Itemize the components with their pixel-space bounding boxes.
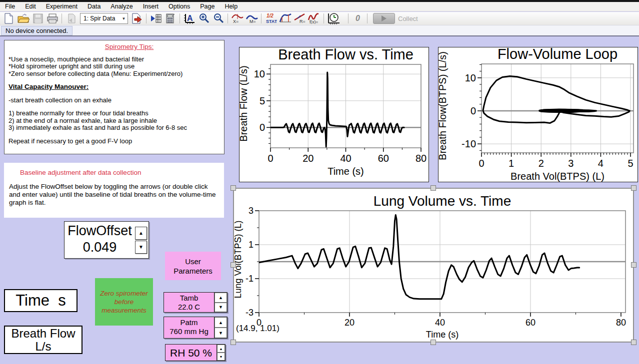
svg-text:0: 0 xyxy=(260,122,265,133)
curve-fit-button[interactable]: f(x)= xyxy=(308,12,321,24)
flow-offset-label: FlowOffset xyxy=(64,223,135,239)
selection-handle[interactable] xyxy=(230,340,236,345)
flow-offset-control[interactable]: FlowOffset 0.049 ▲ ▼ xyxy=(64,221,149,259)
print-button[interactable] xyxy=(46,12,59,24)
toolbar-separator xyxy=(261,13,262,23)
svg-text:80: 80 xyxy=(416,153,426,164)
flow-offset-decrement-button[interactable]: ▼ xyxy=(135,241,147,254)
autoscale-button[interactable]: A xyxy=(182,12,196,24)
tangent-button[interactable]: M= xyxy=(245,12,258,24)
svg-text:20: 20 xyxy=(344,318,354,328)
next-page-button[interactable] xyxy=(130,12,144,24)
patm-increment-button[interactable]: ▲ xyxy=(214,317,227,328)
examine-button[interactable]: X= xyxy=(230,12,244,24)
chevron-down-icon[interactable]: ▼ xyxy=(120,13,128,23)
user-parameters-label: User Parameters xyxy=(165,252,221,280)
patm-value[interactable]: 760 mm Hg xyxy=(164,327,214,336)
selection-handle[interactable] xyxy=(230,185,236,191)
svg-text:2: 2 xyxy=(538,158,544,169)
breath-flow-vs-time-chart[interactable]: 0204060800510Breath Flow vs. TimeTime (s… xyxy=(239,47,429,182)
breath-flow-label-line1: Breath Flow xyxy=(11,327,75,340)
svg-text:20: 20 xyxy=(302,153,314,164)
tamb-value[interactable]: 22.0 C xyxy=(164,303,214,312)
menu-item-analyze[interactable]: Analyze xyxy=(106,2,138,10)
flow-offset-value[interactable]: 0.049 xyxy=(64,239,135,256)
zero-button[interactable]: 0 xyxy=(351,12,364,24)
menu-item-file[interactable]: File xyxy=(0,2,20,10)
menu-item-options[interactable]: Options xyxy=(164,2,195,10)
selection-handle[interactable] xyxy=(430,340,436,345)
toolbar-separator xyxy=(146,13,146,23)
svg-text:10: 10 xyxy=(465,72,476,83)
examine-label: X= xyxy=(233,19,238,24)
svg-text:Time (s): Time (s) xyxy=(328,166,364,177)
lung-volume-vs-time-chart[interactable]: 020406080-3-113Lung Volume vs. TimeTime … xyxy=(233,188,634,343)
logger-pro-window: FileEditExperimentDataAnalyzeInsertOptio… xyxy=(0,0,639,364)
calculator-button[interactable] xyxy=(164,12,177,24)
menu-item-experiment[interactable]: Experiment xyxy=(41,2,82,10)
svg-text:-1: -1 xyxy=(246,274,254,284)
selection-handle[interactable] xyxy=(230,262,236,268)
tamb-decrement-button[interactable]: ▼ xyxy=(214,303,227,313)
new-document-button[interactable] xyxy=(2,12,16,24)
baseline-adjustment-panel: Baseline adjustment after data collectio… xyxy=(4,163,224,218)
arrow-up-icon: ▲ xyxy=(138,230,144,236)
tips-subtitle: Vital Capacity Manouver: xyxy=(8,83,220,91)
menu-item-data[interactable]: Data xyxy=(82,2,106,10)
svg-text:Breath Flow(BTPS) (L/s): Breath Flow(BTPS) (L/s) xyxy=(438,51,448,160)
menu-item-insert[interactable]: Insert xyxy=(138,2,164,10)
svg-text:1: 1 xyxy=(248,240,254,250)
tips-step: 3) immediately exhale as fast and hard a… xyxy=(8,124,220,132)
status-bar-divider xyxy=(0,35,639,36)
linear-fit-button[interactable]: R= xyxy=(293,12,306,24)
svg-text:0: 0 xyxy=(268,153,273,164)
svg-text:-3: -3 xyxy=(246,308,254,318)
menu-item-edit[interactable]: Edit xyxy=(20,2,41,10)
menu-bar: FileEditExperimentDataAnalyzeInsertOptio… xyxy=(0,2,639,11)
svg-text:40: 40 xyxy=(340,153,351,164)
tips-step: 1) breathe normally for three or four ti… xyxy=(8,110,220,117)
patm-decrement-button[interactable]: ▼ xyxy=(214,328,227,338)
rh-increment-button[interactable]: ▲ xyxy=(217,345,225,353)
time-column-label: Time s xyxy=(4,289,78,312)
save-button[interactable] xyxy=(31,12,44,24)
toolbar-separator xyxy=(180,13,180,23)
tips-line: *Hold spirometer upright and still durin… xyxy=(8,63,220,70)
rh-control[interactable]: RH 50 % ▲ ▼ xyxy=(165,344,226,361)
arrow-down-icon: ▼ xyxy=(138,244,144,250)
svg-text:0: 0 xyxy=(470,105,476,116)
selection-handle[interactable] xyxy=(631,340,636,345)
previous-page-button[interactable] xyxy=(64,12,78,24)
svg-text:1: 1 xyxy=(508,158,514,169)
collect-button[interactable]: Collect xyxy=(373,12,418,24)
data-collection-setup-button[interactable] xyxy=(326,12,340,24)
selection-handle[interactable] xyxy=(631,262,636,268)
zoom-out-button[interactable] xyxy=(212,12,225,24)
svg-text:3: 3 xyxy=(248,206,254,216)
tamb-control[interactable]: Tamb 22.0 C ▲ ▼ xyxy=(164,292,228,313)
integral-button[interactable] xyxy=(278,12,292,24)
open-file-button[interactable] xyxy=(16,12,30,24)
zero-spirometer-note: Zero spirometer before measurements xyxy=(95,278,153,326)
page-selector-dropdown[interactable]: 1: Spir Data ▼ xyxy=(80,13,128,24)
data-table-button[interactable] xyxy=(149,12,162,24)
statistics-button[interactable]: 1/2STAT xyxy=(264,12,278,24)
svg-text:40: 40 xyxy=(435,318,445,328)
toolbar-separator xyxy=(367,13,368,23)
flow-offset-increment-button[interactable]: ▲ xyxy=(135,227,147,240)
tips-line: *Zero sensor before collecting data (Men… xyxy=(8,70,220,78)
rh-label[interactable]: RH 50 % xyxy=(166,345,216,361)
patm-control[interactable]: Patm 760 mm Hg ▲ ▼ xyxy=(164,317,228,339)
svg-text:Lung Volume vs. Time: Lung Volume vs. Time xyxy=(374,193,511,209)
menu-item-page[interactable]: Page xyxy=(195,2,220,10)
flow-volume-loop-chart[interactable]: 012345-10010Flow-Volume LoopBreath Vol(B… xyxy=(438,47,638,182)
selection-handle[interactable] xyxy=(631,185,636,191)
zoom-in-button[interactable] xyxy=(197,12,210,24)
tamb-increment-button[interactable]: ▲ xyxy=(214,293,227,303)
menu-item-help[interactable]: Help xyxy=(220,2,242,10)
selection-handle[interactable] xyxy=(430,185,436,191)
stat-sup: 1/2 xyxy=(266,13,274,18)
toolbar-separator xyxy=(324,13,324,23)
rh-decrement-button[interactable]: ▼ xyxy=(217,353,225,361)
baseline-title: Baseline adjustment after data collectio… xyxy=(20,169,219,177)
